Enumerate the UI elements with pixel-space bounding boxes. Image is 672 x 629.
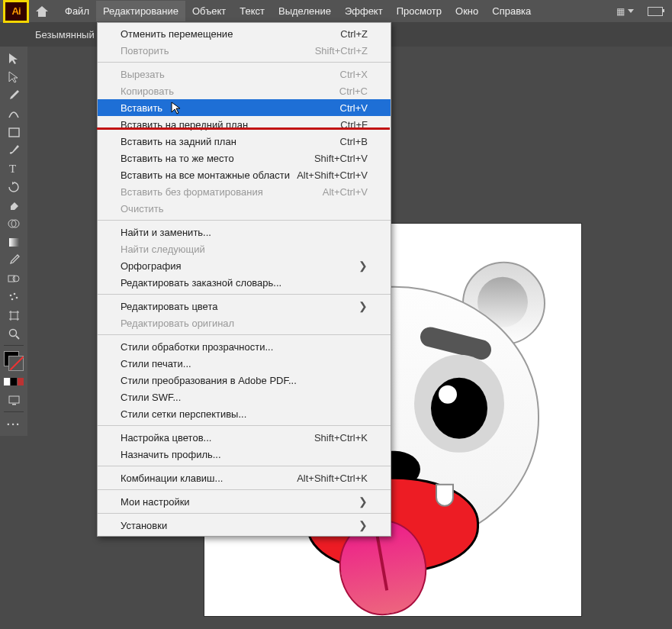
blend-tool[interactable] <box>3 269 24 288</box>
menu-item[interactable]: Отменить перемещениеCtrl+Z <box>98 25 391 42</box>
menu-item[interactable]: Вставить на все монтажные областиAlt+Shi… <box>98 166 391 183</box>
menu-item-label: Вставить на задний план <box>121 136 236 147</box>
menu-item-shortcut: Ctrl+C <box>339 85 368 97</box>
menu-item-label: Стили преобразования в Adobe PDF... <box>121 375 297 386</box>
zoom-tool[interactable] <box>3 324 24 343</box>
menu-separator <box>98 294 391 295</box>
edit-menu-dropdown: Отменить перемещениеCtrl+ZПовторитьShift… <box>97 22 391 537</box>
arrange-documents-icon[interactable]: ▦ <box>616 6 634 17</box>
menu-item-label: Копировать <box>121 85 174 97</box>
menu-item[interactable]: Найти и заменить... <box>98 224 391 240</box>
menu-type[interactable]: Текст <box>233 1 272 21</box>
menu-item-label: Стили сетки перспективы... <box>121 408 246 420</box>
gradient-tool[interactable] <box>3 233 24 251</box>
curvature-tool[interactable] <box>3 105 24 123</box>
menu-item[interactable]: Вставить на передний планCtrl+F <box>98 116 391 133</box>
menu-item-shortcut: Alt+Shift+Ctrl+K <box>297 473 368 484</box>
svg-rect-4 <box>9 238 19 247</box>
svg-point-7 <box>10 295 12 297</box>
menu-item[interactable]: Стили преобразования в Adobe PDF... <box>98 372 391 389</box>
svg-rect-17 <box>9 396 19 403</box>
menu-item[interactable]: Стили обработки прозрачности... <box>98 338 391 355</box>
menu-separator <box>98 513 391 514</box>
menu-item: ВырезатьCtrl+X <box>98 66 391 82</box>
menu-item: КопироватьCtrl+C <box>98 82 391 99</box>
mouse-cursor-icon <box>171 102 182 115</box>
menu-separator <box>98 62 391 63</box>
menu-item: Вставить без форматированияAlt+Ctrl+V <box>98 183 391 200</box>
svg-rect-11 <box>11 312 18 319</box>
menu-separator <box>98 466 391 466</box>
menu-item-shortcut: Ctrl+X <box>340 69 368 80</box>
svg-rect-18 <box>12 404 16 405</box>
menu-item[interactable]: Назначить профиль... <box>98 446 391 463</box>
menu-object[interactable]: Объект <box>185 1 233 21</box>
rotate-tool[interactable] <box>3 178 24 196</box>
menu-item[interactable]: Вставить на то же местоShift+Ctrl+V <box>98 150 391 166</box>
menu-item-label: Стили обработки прозрачности... <box>121 341 273 353</box>
menu-item-label: Редактировать оригинал <box>121 318 234 329</box>
menu-view[interactable]: Просмотр <box>390 1 449 21</box>
menu-item: Найти следующий <box>98 240 391 257</box>
menu-item[interactable]: Комбинации клавиш...Alt+Shift+Ctrl+K <box>98 469 391 486</box>
svg-rect-0 <box>9 128 19 137</box>
menu-separator <box>98 220 391 221</box>
screen-mode-icon[interactable] <box>3 391 24 409</box>
menu-item-label: Редактировать заказной словарь... <box>121 277 281 289</box>
svg-point-8 <box>14 293 16 295</box>
type-tool[interactable]: T <box>3 160 24 178</box>
menu-item-label: Вырезать <box>121 69 165 80</box>
svg-line-13 <box>16 336 19 339</box>
menu-item[interactable]: Установки❯ <box>98 517 391 534</box>
symbol-sprayer-tool[interactable] <box>3 288 24 306</box>
menu-effect[interactable]: Эффект <box>338 1 390 21</box>
menu-item-shortcut: Shift+Ctrl+K <box>314 432 368 444</box>
menu-select[interactable]: Выделение <box>272 1 338 21</box>
home-icon[interactable] <box>35 5 49 18</box>
menu-item[interactable]: Редактировать цвета❯ <box>98 298 391 314</box>
menu-item: Редактировать оригинал <box>98 314 391 331</box>
menu-help[interactable]: Справка <box>485 1 538 21</box>
tools-panel: T ··· <box>0 47 27 436</box>
menu-item[interactable]: Настройка цветов...Shift+Ctrl+K <box>98 429 391 446</box>
menu-edit[interactable]: Редактирование <box>96 1 185 21</box>
menu-window[interactable]: Окно <box>449 1 485 21</box>
selection-tool[interactable] <box>3 50 24 68</box>
rectangle-tool[interactable] <box>3 123 24 141</box>
menu-item-label: Найти следующий <box>121 244 205 255</box>
edit-toolbar-icon[interactable]: ··· <box>3 414 24 433</box>
menu-file[interactable]: Файл <box>58 1 96 21</box>
menu-item-label: Вставить без форматирования <box>121 186 263 198</box>
menu-item[interactable]: Мои настройки❯ <box>98 493 391 510</box>
menu-item[interactable]: Стили печати... <box>98 355 391 372</box>
shape-builder-tool[interactable] <box>3 215 24 233</box>
eraser-tool[interactable] <box>3 196 24 215</box>
menu-item-label: Настройка цветов... <box>121 432 211 444</box>
menu-item-label: Редактировать цвета <box>121 301 217 312</box>
svg-point-12 <box>9 329 16 336</box>
app-logo-icon: Ai <box>3 0 29 23</box>
menu-item-label: Орфография <box>121 260 181 272</box>
pen-tool[interactable] <box>3 86 24 105</box>
submenu-arrow-icon: ❯ <box>348 519 368 531</box>
menu-item-label: Назначить профиль... <box>121 449 221 460</box>
menu-item[interactable]: Стили SWF... <box>98 389 391 405</box>
svg-point-6 <box>13 276 19 282</box>
menu-item[interactable]: Вставить на задний планCtrl+B <box>98 133 391 150</box>
document-title[interactable]: Безымянный <box>35 29 95 40</box>
menu-item[interactable]: ВставитьCtrl+V <box>98 99 391 116</box>
paintbrush-tool[interactable] <box>3 141 24 160</box>
menu-item: Очистить <box>98 200 391 217</box>
fill-stroke-swatch[interactable] <box>4 351 24 371</box>
color-mode-icon[interactable] <box>3 373 24 391</box>
menu-item[interactable]: Стили сетки перспективы... <box>98 405 391 422</box>
menu-item[interactable]: Редактировать заказной словарь... <box>98 274 391 291</box>
direct-selection-tool[interactable] <box>3 68 24 86</box>
menu-item-label: Найти и заменить... <box>121 227 211 238</box>
artboard-tool[interactable] <box>3 306 24 324</box>
menu-item-label: Отменить перемещение <box>121 28 233 40</box>
menu-item[interactable]: Орфография❯ <box>98 257 391 274</box>
eyedropper-tool[interactable] <box>3 251 24 269</box>
svg-rect-14 <box>4 378 10 385</box>
menu-item-label: Установки <box>121 520 167 531</box>
